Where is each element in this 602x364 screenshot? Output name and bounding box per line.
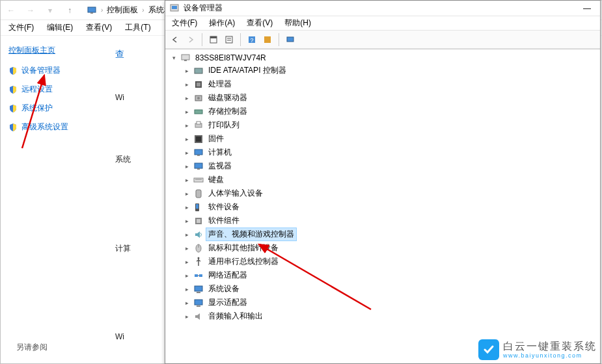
expand-icon[interactable]: ▸ bbox=[184, 122, 191, 129]
toolbar-back-button[interactable] bbox=[168, 32, 182, 47]
nav-forward-button[interactable]: → bbox=[23, 3, 38, 18]
expand-icon[interactable]: ▸ bbox=[184, 299, 191, 306]
tree-node-label: 软件设备 bbox=[206, 201, 241, 213]
expand-icon[interactable]: ▸ bbox=[184, 258, 191, 265]
tree-node[interactable]: ▸固件 bbox=[184, 132, 595, 146]
menu-tools[interactable]: 工具(T) bbox=[122, 21, 153, 34]
expand-icon[interactable]: ▸ bbox=[184, 176, 191, 183]
tree-root[interactable]: ▾ 83SS8EI8TWJV74R bbox=[171, 52, 595, 64]
expand-icon[interactable]: ▸ bbox=[184, 203, 191, 211]
expand-icon[interactable]: ▸ bbox=[184, 81, 191, 88]
expand-icon[interactable]: ▸ bbox=[184, 313, 191, 320]
menu-file[interactable]: 文件(F) bbox=[6, 21, 36, 34]
expand-icon[interactable]: ▸ bbox=[184, 272, 191, 279]
toolbar-button[interactable] bbox=[206, 32, 221, 47]
minimize-button[interactable]: — bbox=[578, 2, 596, 15]
sidebar-link-remote[interactable]: 远程设置 bbox=[8, 84, 97, 95]
svg-rect-39 bbox=[195, 274, 198, 277]
svg-rect-42 bbox=[195, 286, 202, 291]
toolbar-button[interactable] bbox=[283, 32, 297, 47]
svg-rect-40 bbox=[199, 274, 202, 277]
tree-node[interactable]: ▸通用串行总线控制器 bbox=[184, 255, 595, 268]
tree-node[interactable]: ▸人体学输入设备 bbox=[184, 187, 595, 200]
tree-node[interactable]: ▸存储控制器 bbox=[184, 105, 595, 118]
tree-node[interactable]: ▸鼠标和其他指针设备 bbox=[184, 241, 595, 255]
monitor-dev-icon bbox=[193, 161, 204, 172]
expand-icon[interactable]: ▸ bbox=[184, 231, 191, 238]
tree-node[interactable]: ▸键盘 bbox=[184, 173, 595, 187]
menu-view[interactable]: 查看(V) bbox=[244, 16, 275, 30]
tree-node-label: 通用串行总线控制器 bbox=[206, 255, 280, 268]
svg-rect-12 bbox=[287, 37, 294, 42]
tree-node-label: 音频输入和输出 bbox=[206, 310, 265, 322]
svg-text:?: ? bbox=[250, 37, 253, 44]
tree-node-label: 固件 bbox=[206, 133, 226, 145]
sidebar-home-link[interactable]: 控制面板主页 bbox=[8, 45, 97, 56]
tree-node-label: 软件组件 bbox=[206, 214, 241, 227]
tree-node[interactable]: ▸磁盘驱动器 bbox=[184, 91, 595, 105]
tree-node-label: 网络适配器 bbox=[206, 269, 249, 281]
front-menubar: 文件(F) 操作(A) 查看(V) 帮助(H) bbox=[165, 16, 600, 31]
nav-up-button[interactable]: ↑ bbox=[62, 3, 77, 18]
shield-icon bbox=[8, 104, 18, 113]
menu-help[interactable]: 帮助(H) bbox=[282, 16, 314, 30]
svg-rect-26 bbox=[197, 155, 200, 156]
svg-point-38 bbox=[198, 257, 200, 259]
tree-node-label: 存储控制器 bbox=[206, 105, 249, 118]
computer-icon bbox=[87, 5, 97, 16]
sidebar-link-protection[interactable]: 系统保护 bbox=[8, 103, 97, 114]
svg-point-19 bbox=[197, 97, 200, 99]
expand-icon[interactable]: ▸ bbox=[184, 162, 191, 170]
svg-rect-3 bbox=[172, 6, 177, 9]
audio-io-icon bbox=[193, 311, 204, 322]
tree-node[interactable]: ▸系统设备 bbox=[184, 282, 595, 296]
menu-edit[interactable]: 编辑(E) bbox=[44, 21, 75, 34]
sidebar-link-advanced[interactable]: 高级系统设置 bbox=[8, 122, 97, 133]
toolbar-button[interactable] bbox=[222, 32, 236, 47]
tree-node[interactable]: ▸软件组件 bbox=[184, 214, 595, 228]
expand-icon[interactable]: ▸ bbox=[184, 244, 191, 252]
expand-icon[interactable]: ▸ bbox=[184, 67, 191, 74]
tree-node[interactable]: ▸IDE ATA/ATAPI 控制器 bbox=[184, 64, 595, 77]
expand-icon[interactable]: ▸ bbox=[184, 94, 191, 101]
svg-rect-17 bbox=[197, 83, 200, 86]
tree-node[interactable]: ▸声音、视频和游戏控制器 bbox=[184, 228, 595, 241]
tree-node-label: 处理器 bbox=[206, 78, 234, 90]
expand-icon[interactable]: ▸ bbox=[184, 149, 191, 156]
menu-view[interactable]: 查看(V) bbox=[83, 21, 115, 34]
expand-icon[interactable]: ▸ bbox=[184, 217, 191, 224]
nav-back-button[interactable]: ← bbox=[3, 3, 19, 18]
tree-node[interactable]: ▸网络适配器 bbox=[184, 268, 595, 282]
svg-rect-13 bbox=[182, 55, 189, 60]
breadcrumb-item[interactable]: 控制面板 bbox=[107, 5, 138, 16]
mouse-icon bbox=[193, 243, 204, 254]
device-tree[interactable]: ▾ 83SS8EI8TWJV74R ▸IDE ATA/ATAPI 控制器▸处理器… bbox=[165, 49, 600, 363]
tree-node[interactable]: ▸音频输入和输出 bbox=[184, 309, 595, 323]
tree-node[interactable]: ▸处理器 bbox=[184, 77, 595, 91]
sidebar-link-device-manager[interactable]: 设备管理器 bbox=[8, 65, 97, 76]
sound-icon bbox=[193, 229, 204, 240]
tree-node-label: 显示适配器 bbox=[206, 296, 249, 309]
menu-action[interactable]: 操作(A) bbox=[206, 16, 238, 30]
expand-icon[interactable]: ▸ bbox=[184, 135, 191, 142]
tree-node[interactable]: ▸软件设备 bbox=[184, 200, 595, 214]
toolbar-forward-button[interactable] bbox=[184, 32, 198, 47]
cpu-icon bbox=[193, 79, 204, 90]
toolbar-button[interactable]: ? bbox=[245, 32, 259, 47]
svg-rect-43 bbox=[197, 292, 200, 293]
tree-node[interactable]: ▸显示适配器 bbox=[184, 296, 595, 309]
expand-icon[interactable]: ▸ bbox=[184, 108, 191, 115]
expand-icon[interactable]: ▸ bbox=[184, 190, 191, 197]
nav-dropdown-button[interactable]: ▾ bbox=[42, 3, 58, 18]
sidebar-link-label: 设备管理器 bbox=[21, 65, 61, 76]
expand-icon[interactable]: ▸ bbox=[184, 285, 191, 292]
storage-icon bbox=[193, 107, 204, 117]
toolbar-button[interactable] bbox=[260, 32, 275, 47]
menu-file[interactable]: 文件(F) bbox=[169, 16, 200, 30]
sidebar-link-label: 高级系统设置 bbox=[21, 122, 68, 133]
tree-node[interactable]: ▸监视器 bbox=[184, 159, 595, 173]
tree-node[interactable]: ▸打印队列 bbox=[184, 118, 595, 132]
properties-icon bbox=[225, 35, 234, 44]
tree-node[interactable]: ▸计算机 bbox=[184, 146, 595, 159]
collapse-icon[interactable]: ▾ bbox=[171, 55, 178, 62]
